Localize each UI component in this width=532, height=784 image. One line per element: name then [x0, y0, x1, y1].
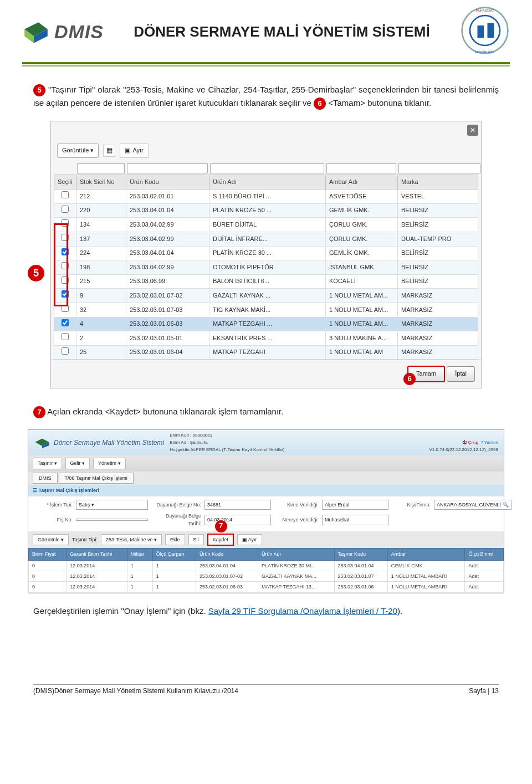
- table-header[interactable]: Marka: [398, 175, 478, 189]
- tab[interactable]: T/06 Taşınır Mal Çıkış İşlemi: [59, 473, 134, 484]
- table-header[interactable]: Ambar Adı: [326, 175, 398, 189]
- row-checkbox[interactable]: [62, 206, 69, 213]
- filter-kod[interactable]: [127, 163, 208, 173]
- table-row[interactable]: 220253.03.04.01.04PLATİN KROZE 50 ...GEM…: [54, 203, 478, 218]
- menu-item[interactable]: Taşınır ▾: [33, 458, 62, 469]
- cikis-link[interactable]: ⏻ Çıkış: [462, 440, 478, 445]
- final-pre: Gerçekleştirilen işlemin "Onay İşlemi" i…: [33, 606, 206, 616]
- grid-cell: 1: [152, 582, 196, 592]
- filter-marka[interactable]: [398, 163, 480, 173]
- ayir-button[interactable]: ▣ Ayır: [120, 144, 148, 158]
- grid-header[interactable]: Miktar: [127, 549, 152, 560]
- table-cell: 25: [76, 345, 126, 360]
- table-header[interactable]: Ürün Adı: [209, 175, 326, 189]
- grid-header[interactable]: Ürün Kodu: [196, 549, 258, 560]
- ekle-button[interactable]: Ekle: [165, 534, 185, 545]
- menu-item[interactable]: Yönetim ▾: [93, 458, 126, 469]
- table-cell: 1 NOLU METAL AM...: [326, 303, 398, 317]
- islem-tipi-select[interactable]: Satış ▾: [76, 500, 148, 510]
- table-cell: DİJİTAL İNFRARE...: [209, 232, 326, 247]
- fisno-input[interactable]: [76, 519, 148, 521]
- grid-header[interactable]: Garanti Bitim Tarihi: [66, 549, 127, 560]
- table-cell: BELİRSİZ: [398, 218, 478, 232]
- kisi-input[interactable]: ANKARA SOSYAL GÜVENLİ 🔍: [434, 500, 511, 510]
- grid-row[interactable]: 012.03.201411253.03.04.01.04PLATİN KROZE…: [29, 560, 504, 571]
- close-icon[interactable]: ✕: [467, 125, 478, 136]
- kaydet-button[interactable]: 7 Kaydet: [207, 534, 234, 546]
- table-cell: GEMLİK GMK.: [326, 203, 398, 218]
- dayanak-input[interactable]: 34681: [204, 500, 271, 510]
- ayir-button-2[interactable]: ▣ Ayır: [237, 534, 262, 545]
- table-row[interactable]: 224253.03.04.01.04PLATİN KROZE 30 ...GEM…: [54, 246, 478, 260]
- table-row[interactable]: 215253.03.06.99BALON ISITICILI 6...KOCAE…: [54, 274, 478, 289]
- table-header[interactable]: Seçili: [54, 175, 76, 189]
- grid-row[interactable]: 012.03.201411253.02.03.01.07-02GAZALTI K…: [29, 571, 504, 581]
- grid-row[interactable]: 012.03.201411253.02.03.01.06-03MATKAP TE…: [29, 582, 504, 592]
- filter-sicil[interactable]: [77, 163, 125, 173]
- grid-cell: 1 NOLU METAL AMBARI: [387, 571, 465, 581]
- grid-cell: 12.03.2014: [66, 582, 127, 592]
- table-row[interactable]: 32253.02.03.01.07-03TIG KAYNAK MAKİ...1 …: [54, 303, 478, 317]
- table-cell: İSTANBUL GMK.: [326, 260, 398, 275]
- svg-point-1: [470, 16, 500, 45]
- iptal-button[interactable]: İptal: [447, 366, 475, 382]
- row-checkbox[interactable]: [62, 347, 69, 355]
- filter-ad[interactable]: [210, 163, 324, 173]
- sil-button[interactable]: Sil: [188, 534, 204, 545]
- table-header[interactable]: Ürün Kodu: [126, 175, 209, 189]
- table-header[interactable]: Stok Sicil No: [76, 175, 126, 189]
- table-row[interactable]: 9253.02.03.01.07-02GAZALTI KAYNAK ...1 N…: [54, 289, 478, 303]
- columns-icon[interactable]: ▦: [103, 145, 115, 157]
- table-row[interactable]: 25253.02.03.01.06-04MATKAP TEZGAHI1 NOLU…: [54, 345, 478, 360]
- table-cell: 253.03.04.02.99: [126, 218, 209, 232]
- yardim-link[interactable]: ? Yardım: [480, 440, 498, 445]
- grid-header[interactable]: Ürün Adı: [258, 549, 334, 560]
- tasinir-tipi-select[interactable]: 253-Tesis, Makine ve ▾: [101, 534, 162, 545]
- grid-header[interactable]: Birim Fiyat: [29, 549, 66, 560]
- table-cell: 4: [76, 317, 126, 331]
- grid-cell: MATKAP TEZGAHI 13...: [258, 582, 334, 592]
- grid-header[interactable]: Ölçü Birimi: [465, 549, 504, 560]
- table-row[interactable]: 137253.03.04.02.99DİJİTAL İNFRARE...ÇORL…: [54, 232, 478, 247]
- grid-cell: 253.03.04.01.04: [196, 560, 258, 571]
- kime-input[interactable]: Alper Erdal: [322, 500, 388, 510]
- grid-header[interactable]: Ölçü Çarpan: [152, 549, 196, 560]
- table-cell: MARKASIZ: [398, 317, 478, 331]
- table-cell: BELİRSİZ: [398, 246, 478, 260]
- grid-header[interactable]: Taşınır Kodu: [334, 549, 387, 560]
- tab[interactable]: DMIS: [33, 473, 58, 484]
- final-link[interactable]: Sayfa 29 TİF Sorgulama /Onaylama İşlemle…: [208, 606, 397, 616]
- table-cell: 253.03.04.02.99: [126, 260, 209, 275]
- birim-kod: Birim Kod : 99000063: [170, 432, 498, 439]
- table-row[interactable]: 198253.03.04.02.99OTOMOTİK PİPETÖRİSTANB…: [54, 260, 478, 275]
- nereye-input[interactable]: Muhasebat: [322, 515, 388, 525]
- table-cell: ÇORLU GMK.: [326, 232, 398, 247]
- table-cell: 3 NOLU MAKİNE A...: [326, 331, 398, 346]
- dmis-logo-icon: [22, 18, 50, 45]
- table-row[interactable]: 134253.03.04.02.99BÜRET DİJİTALÇORLU GMK…: [54, 218, 478, 232]
- goruntule-dropdown[interactable]: Görüntüle ▾: [57, 144, 99, 158]
- table-cell: 32: [76, 303, 126, 317]
- row-checkbox[interactable]: [62, 319, 69, 326]
- grid-header[interactable]: Ambar: [387, 549, 465, 560]
- filter-ambar[interactable]: [326, 163, 396, 173]
- final-paragraph: Gerçekleştirilen işlemin "Onay İşlemi" i…: [33, 604, 499, 618]
- panel-title: ☰ Taşınır Mal Çıkış İşlemleri: [28, 485, 504, 496]
- grid-cell: GAZALTI KAYNAK MA...: [258, 571, 334, 581]
- table-cell: MATKAP TEZGAHI: [209, 345, 326, 360]
- row-checkbox[interactable]: [62, 333, 69, 340]
- birim-ad: Birim Ad : Şanlıurfa: [170, 439, 207, 447]
- table-row[interactable]: 2253.02.03.01.05-01EKSANTRİK PRES ...3 N…: [54, 331, 478, 346]
- table-row[interactable]: 212253.03.02.01.01S 1140 BÜRO TİPİ ...AS…: [54, 189, 478, 204]
- dayanak-tarih-input[interactable]: 04.03.2014: [204, 515, 271, 525]
- product-table: SeçiliStok Sicil NoÜrün KoduÜrün AdıAmba…: [54, 175, 478, 360]
- table-cell: BALON ISITICILI 6...: [209, 274, 326, 289]
- row-checkbox[interactable]: [62, 191, 69, 198]
- goruntule-button[interactable]: Görüntüle ▾: [33, 534, 69, 545]
- dmis-mini-logo: Döner Sermaye Mali Yönetim Sistemi: [34, 437, 164, 448]
- grid-cell: Adet: [465, 571, 504, 581]
- table-cell: 1 NOLU METAL AM...: [326, 289, 398, 303]
- menu-item[interactable]: Gelir ▾: [65, 458, 90, 469]
- table-cell: KOCAELİ: [326, 274, 398, 289]
- table-row[interactable]: 4253.02.03.01.06-03MATKAP TEZGAHI ...1 N…: [54, 317, 478, 331]
